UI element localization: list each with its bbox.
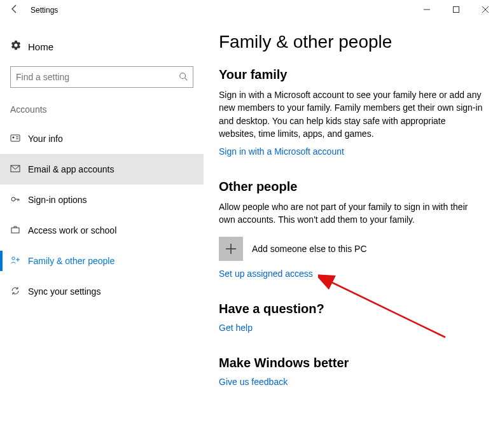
your-family-heading: Your family — [219, 67, 485, 82]
nav-label: Your info — [28, 134, 63, 144]
svg-point-4 — [180, 73, 186, 78]
assigned-access-link[interactable]: Set up assigned access — [219, 269, 313, 279]
close-button[interactable] — [471, 0, 500, 19]
gear-icon — [10, 39, 28, 53]
home-button[interactable]: Home — [0, 33, 204, 60]
nav-your-info[interactable]: Your info — [0, 123, 204, 154]
question-heading: Have a question? — [219, 302, 485, 316]
main-panel: Family & other people Your family Sign i… — [204, 20, 500, 448]
nav-label: Sync your settings — [28, 286, 101, 297]
your-family-body: Sign in with a Microsoft account to see … — [219, 88, 485, 140]
svg-rect-1 — [454, 7, 459, 13]
maximize-button[interactable] — [441, 0, 471, 19]
people-icon — [10, 255, 28, 267]
key-icon — [10, 194, 28, 206]
window-controls — [412, 0, 500, 19]
other-people-body: Allow people who are not part of your fa… — [219, 200, 485, 227]
nav-signin-options[interactable]: Sign-in options — [0, 185, 204, 215]
nav-sync-settings[interactable]: Sync your settings — [0, 276, 204, 307]
other-people-heading: Other people — [219, 179, 485, 194]
minimize-button[interactable] — [412, 0, 441, 19]
svg-point-11 — [11, 197, 15, 201]
plus-icon — [219, 237, 243, 261]
svg-point-7 — [13, 136, 15, 138]
feedback-link[interactable]: Give us feedback — [219, 377, 288, 387]
nav-list: Your info Email & app accounts Sign-in o… — [0, 123, 204, 307]
search-box[interactable] — [10, 66, 193, 88]
briefcase-icon — [10, 225, 28, 237]
nav-label: Email & app accounts — [28, 164, 114, 174]
window-title: Settings — [31, 6, 58, 15]
add-someone-label: Add someone else to this PC — [252, 244, 367, 254]
nav-label: Sign-in options — [28, 195, 87, 205]
nav-email-accounts[interactable]: Email & app accounts — [0, 154, 204, 185]
nav-label: Access work or school — [28, 225, 116, 235]
person-card-icon — [10, 133, 28, 145]
home-label: Home — [28, 41, 53, 52]
add-someone-button[interactable]: Add someone else to this PC — [219, 237, 485, 261]
svg-line-5 — [185, 78, 188, 80]
sync-icon — [10, 286, 28, 298]
svg-rect-15 — [11, 228, 19, 233]
make-better-heading: Make Windows better — [219, 356, 485, 370]
back-button[interactable] — [5, 4, 24, 17]
page-heading: Family & other people — [219, 32, 485, 52]
search-input[interactable] — [16, 72, 162, 82]
search-icon — [179, 72, 188, 83]
get-help-link[interactable]: Get help — [219, 323, 253, 333]
signin-ms-account-link[interactable]: Sign in with a Microsoft account — [219, 146, 344, 157]
nav-family-other-people[interactable]: Family & other people — [0, 246, 204, 276]
nav-label: Family & other people — [28, 256, 115, 266]
svg-rect-6 — [11, 135, 20, 141]
mail-icon — [10, 164, 28, 176]
section-heading: Accounts — [0, 99, 204, 120]
nav-access-work-school[interactable]: Access work or school — [0, 215, 204, 246]
svg-point-16 — [12, 256, 15, 259]
sidebar: Home Accounts Your info Email & app acco… — [0, 20, 204, 448]
